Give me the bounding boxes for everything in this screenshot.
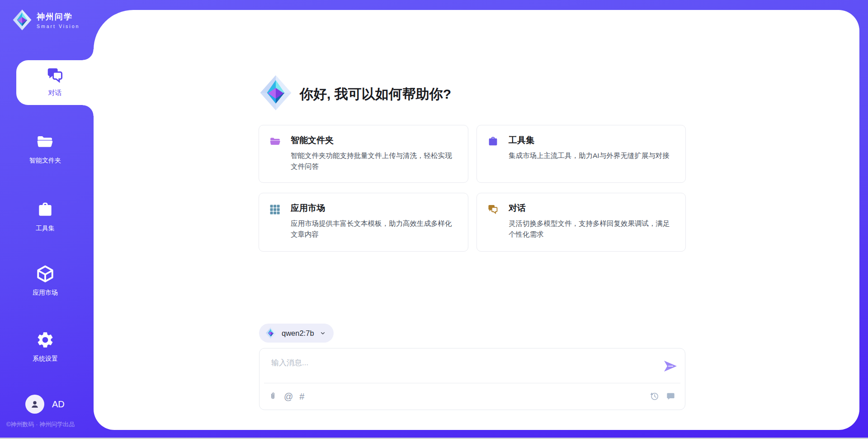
chevron-down-icon — [319, 329, 326, 337]
tab-fillet-top — [83, 49, 94, 60]
composer-left-tools: @ # — [269, 391, 304, 401]
gear-icon — [36, 330, 55, 349]
paperclip-icon — [269, 391, 278, 401]
card-title: 应用市场 — [291, 202, 325, 214]
history-button[interactable] — [649, 391, 660, 401]
sidebar: 神州问学 Smart Vision 对话 智能文件夹 工具集 应用市场 系统设置 — [0, 0, 94, 439]
card-app-market[interactable]: 应用市场 应用市场提供丰富长文本模板，助力高效生成多样化文章内容 — [259, 193, 468, 252]
message-input[interactable] — [271, 358, 642, 367]
card-description: 集成市场上主流工具，助力AI与外界无缝扩展与对接 — [509, 150, 675, 161]
comment-button[interactable] — [665, 391, 676, 401]
user-name: AD — [52, 399, 65, 410]
card-title: 工具集 — [509, 134, 534, 146]
sidebar-item-settings[interactable]: 系统设置 — [0, 330, 90, 363]
toolbox-icon — [36, 201, 54, 219]
attach-file-button[interactable] — [269, 391, 278, 401]
composer-toolbar: @ # — [269, 391, 676, 401]
chat-icon — [46, 66, 65, 85]
sidebar-item-label: 工具集 — [0, 224, 90, 233]
user-menu[interactable]: AD — [25, 395, 65, 414]
topic-button[interactable]: # — [299, 392, 304, 401]
model-selector[interactable]: qwen2:7b — [259, 324, 334, 343]
sidebar-item-app-market[interactable]: 应用市场 — [0, 264, 90, 297]
composer-divider — [264, 383, 680, 383]
sidebar-item-chat[interactable]: 对话 — [16, 60, 94, 105]
card-description: 应用市场提供丰富长文本模板，助力高效生成多样化文章内容 — [291, 218, 458, 240]
tab-fillet-bottom — [83, 105, 94, 116]
folder-icon — [36, 133, 54, 151]
main-panel: 你好, 我可以如何帮助你? 智能文件夹 智能文件夹功能支持批量文件上传与清洗，轻… — [94, 10, 859, 430]
sidebar-item-label: 对话 — [16, 89, 94, 97]
greeting-logo-icon — [258, 73, 293, 112]
chat-icon — [487, 204, 499, 215]
send-icon — [663, 360, 678, 372]
brand-logo-icon — [12, 8, 33, 32]
card-chat[interactable]: 对话 灵活切换多模型文件，支持多样回复效果调试，满足个性化需求 — [476, 193, 686, 252]
toolbox-icon — [487, 136, 499, 148]
sidebar-item-label: 应用市场 — [0, 289, 90, 297]
sidebar-item-label: 系统设置 — [0, 355, 90, 363]
history-icon — [649, 391, 660, 401]
folder-icon — [269, 136, 282, 148]
sidebar-item-toolset[interactable]: 工具集 — [0, 201, 90, 233]
at-icon: @ — [284, 392, 293, 401]
brand-text: 神州问学 Smart Vision — [37, 11, 80, 29]
card-title: 智能文件夹 — [291, 134, 334, 146]
hash-icon: # — [299, 392, 304, 401]
card-toolset[interactable]: 工具集 集成市场上主流工具，助力AI与外界无缝扩展与对接 — [476, 125, 686, 183]
mention-button[interactable]: @ — [284, 392, 293, 401]
brand: 神州问学 Smart Vision — [12, 8, 80, 32]
grid-icon — [269, 204, 281, 215]
message-composer: @ # — [259, 348, 685, 410]
person-icon — [29, 398, 41, 410]
brand-subtitle: Smart Vision — [37, 24, 80, 29]
comment-icon — [665, 391, 676, 401]
cube-icon — [36, 264, 55, 283]
app-window: 神州问学 Smart Vision 对话 智能文件夹 工具集 应用市场 系统设置 — [0, 0, 868, 439]
avatar — [25, 395, 44, 414]
model-name: qwen2:7b — [282, 329, 314, 338]
greeting-title: 你好, 我可以如何帮助你? — [300, 85, 451, 104]
model-logo-icon — [265, 327, 277, 339]
card-description: 智能文件夹功能支持批量文件上传与清洗，轻松实现文件问答 — [291, 150, 458, 172]
card-smart-folder[interactable]: 智能文件夹 智能文件夹功能支持批量文件上传与清洗，轻松实现文件问答 — [259, 125, 468, 183]
sidebar-item-label: 智能文件夹 — [0, 157, 90, 165]
composer-right-tools — [649, 391, 676, 401]
send-button[interactable] — [663, 360, 678, 373]
card-description: 灵活切换多模型文件，支持多样回复效果调试，满足个性化需求 — [509, 218, 675, 240]
brand-name: 神州问学 — [37, 11, 80, 22]
feature-cards: 智能文件夹 智能文件夹功能支持批量文件上传与清洗，轻松实现文件问答 工具集 集成… — [259, 125, 686, 252]
sidebar-item-smart-folder[interactable]: 智能文件夹 — [0, 133, 90, 165]
copyright: ©神州数码 · 神州问学出品 — [6, 420, 75, 429]
card-title: 对话 — [509, 202, 526, 214]
